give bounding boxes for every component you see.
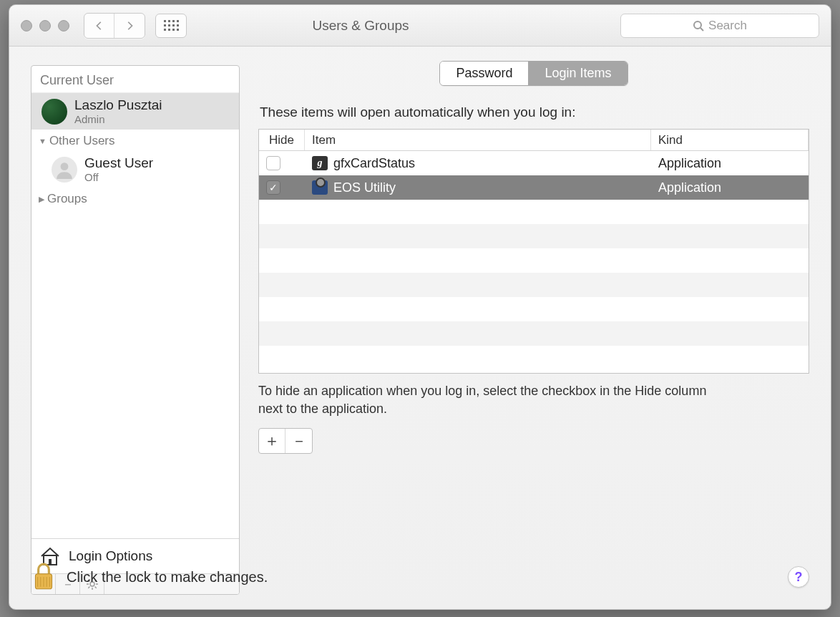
- tab-password[interactable]: Password: [440, 62, 529, 85]
- users-list: Current User Laszlo Pusztai Admin ▼ Othe…: [31, 65, 240, 595]
- svg-point-0: [694, 21, 701, 29]
- close-window-button[interactable]: [21, 20, 32, 31]
- minimize-window-button[interactable]: [39, 20, 51, 31]
- lock-text: Click the lock to make changes.: [67, 569, 268, 586]
- user-role: Admin: [74, 113, 162, 125]
- zoom-window-button[interactable]: [58, 20, 69, 31]
- users-sidebar: Current User Laszlo Pusztai Admin ▼ Othe…: [31, 65, 240, 595]
- table-row[interactable]: g gfxCardStatus Application: [259, 151, 809, 175]
- preferences-window: Users & Groups Search Current User Laszl…: [9, 4, 831, 610]
- user-name: Laszlo Pusztai: [74, 97, 162, 113]
- intro-text: These items will open automatically when…: [260, 105, 808, 120]
- back-button[interactable]: [84, 14, 114, 38]
- tab-bar: Password Login Items: [439, 61, 627, 86]
- item-name: EOS Utility: [333, 180, 396, 195]
- user-status: Off: [84, 171, 153, 183]
- content-area: Current User Laszlo Pusztai Admin ▼ Othe…: [9, 47, 831, 609]
- item-kind: Application: [651, 156, 809, 171]
- person-icon: [55, 160, 74, 179]
- window-controls: [21, 20, 69, 31]
- user-name: Guest User: [84, 155, 153, 171]
- help-button[interactable]: ?: [788, 566, 809, 588]
- lock-area[interactable]: Click the lock to make changes.: [31, 562, 268, 592]
- svg-line-1: [700, 28, 703, 31]
- groups-header[interactable]: ▶ Groups: [31, 188, 239, 209]
- disclosure-down-icon: ▼: [39, 137, 47, 145]
- search-field[interactable]: Search: [620, 14, 819, 38]
- column-hide[interactable]: Hide: [259, 130, 305, 150]
- search-placeholder: Search: [708, 19, 747, 33]
- current-user-header: Current User: [31, 66, 239, 93]
- remove-item-button[interactable]: －: [285, 429, 312, 453]
- disclosure-right-icon: ▶: [39, 195, 44, 204]
- window-title: Users & Groups: [111, 18, 610, 34]
- app-icon: [312, 180, 328, 195]
- hide-checkbox[interactable]: ✓: [266, 180, 280, 195]
- table-row[interactable]: ✓ EOS Utility Application: [259, 175, 809, 200]
- item-kind: Application: [651, 180, 809, 195]
- lock-icon: [31, 562, 57, 592]
- avatar: [52, 157, 77, 183]
- table-body: g gfxCardStatus Application ✓ EOS Utilit…: [259, 151, 809, 373]
- hide-checkbox[interactable]: [266, 156, 280, 170]
- search-icon: [693, 20, 704, 31]
- sidebar-item-guest-user[interactable]: Guest User Off: [31, 151, 239, 188]
- column-item[interactable]: Item: [305, 130, 651, 150]
- item-name: gfxCardStatus: [333, 156, 415, 171]
- sidebar-item-current-user[interactable]: Laszlo Pusztai Admin: [31, 93, 239, 130]
- svg-point-2: [61, 162, 69, 170]
- login-items-pane: Password Login Items These items will op…: [258, 65, 809, 595]
- footer: Click the lock to make changes. ?: [31, 562, 809, 592]
- table-header: Hide Item Kind: [259, 130, 809, 151]
- tab-login-items[interactable]: Login Items: [529, 62, 627, 85]
- add-item-button[interactable]: ＋: [259, 429, 285, 453]
- column-kind[interactable]: Kind: [651, 130, 809, 150]
- app-icon: g: [312, 156, 328, 170]
- login-items-table: Hide Item Kind g gfxCardStatus Applicati…: [258, 129, 809, 374]
- titlebar: Users & Groups Search: [9, 5, 831, 47]
- hint-text: To hide an application when you log in, …: [258, 382, 731, 418]
- add-remove-items: ＋ －: [258, 428, 313, 454]
- other-users-header[interactable]: ▼ Other Users: [31, 130, 239, 151]
- avatar: [41, 99, 67, 125]
